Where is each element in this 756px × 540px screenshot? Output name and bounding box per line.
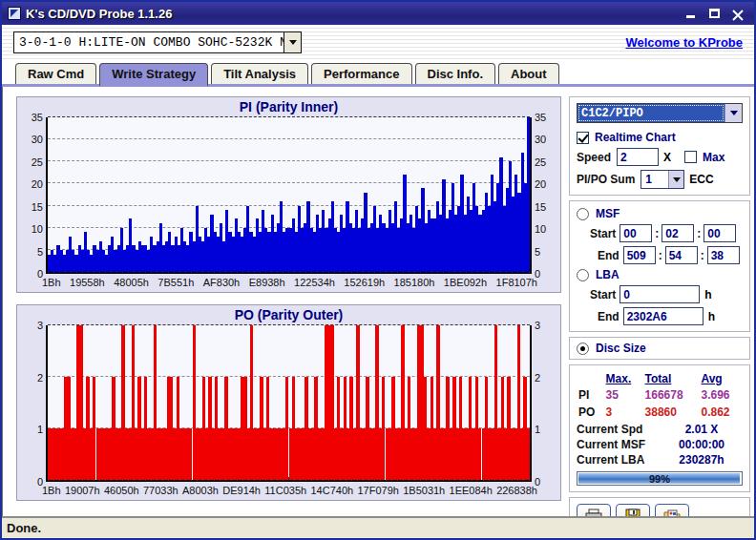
colon-separator: :	[655, 227, 659, 240]
msf-start-min[interactable]	[620, 224, 652, 242]
plot-area	[46, 325, 532, 482]
lba-start-suffix: h	[704, 288, 711, 301]
progress-percent: 99%	[578, 472, 742, 485]
drive-select-value: 3-0-1-0 H:LITE-ON COMBO SOHC-5232K NK07	[14, 32, 284, 52]
msf-end-label: End	[598, 249, 620, 262]
speed-label: Speed	[577, 151, 611, 164]
current-msf-value: 00:00:00	[661, 438, 743, 451]
pipo-sum-unit: ECC	[689, 173, 713, 186]
msf-end-frame[interactable]	[707, 246, 740, 264]
pi-row-label: PI	[577, 386, 604, 404]
main-content: PI (Parity Inner) 05101520253035 0510152…	[2, 87, 754, 516]
tab-tilt-analysis[interactable]: Tilt Analysis	[211, 63, 308, 84]
tab-about[interactable]: About	[498, 63, 559, 84]
chevron-down-icon	[673, 177, 681, 182]
max-speed-label: Max	[703, 151, 724, 164]
colon-separator: :	[697, 227, 701, 240]
table-row: PO 3 38860 0.862	[577, 404, 743, 421]
pi-avg: 3.696	[699, 386, 743, 404]
drive-select-arrow[interactable]	[284, 32, 301, 52]
colon-separator: :	[701, 249, 704, 262]
tab-disc-info[interactable]: Disc Info.	[415, 63, 496, 84]
pipo-sum-arrow[interactable]	[668, 171, 683, 188]
range-group: MSF Start : : End : :	[569, 200, 750, 332]
po-total: 38860	[643, 404, 700, 421]
stats-table: Max. Total Avg PI 35 166678 3.696 PO 3 3…	[577, 371, 743, 421]
window-title: K's CD/DVD Probe 1.1.26	[26, 7, 685, 21]
status-text: Done.	[7, 521, 41, 535]
colon-separator: :	[659, 249, 662, 262]
msf-radio[interactable]	[577, 208, 589, 220]
x-axis-labels: 1Bh19558h48005h7B551hAF830hE8938h122534h…	[42, 277, 537, 292]
current-lba-value: 230287h	[661, 453, 743, 467]
po-avg: 0.862	[699, 404, 743, 421]
current-msf-label: Current MSF	[577, 438, 661, 451]
lba-start-label: Start	[590, 288, 616, 301]
pi-chart-title: PI (Parity Inner)	[21, 99, 556, 117]
capture-settings-group: C1C2/PIPO Realtime Chart Speed X Max	[569, 96, 750, 196]
maximize-button[interactable]	[708, 8, 722, 19]
close-button[interactable]	[731, 8, 745, 19]
stats-header-max: Max.	[604, 371, 643, 386]
po-max: 3	[604, 404, 643, 421]
charts-column: PI (Parity Inner) 05101520253035 0510152…	[16, 96, 561, 512]
pi-chart-panel: PI (Parity Inner) 05101520253035 0510152…	[16, 96, 561, 293]
disc-size-radio[interactable]	[577, 343, 589, 355]
welcome-link[interactable]: Welcome to KProbe	[625, 35, 743, 50]
lba-end-input[interactable]	[623, 307, 704, 325]
current-spd-label: Current Spd	[577, 423, 661, 436]
po-chart-panel: PO (Parity Outer) 0123 0123 1Bh19007h460…	[16, 304, 561, 501]
disc-size-group: Disc Size	[569, 337, 750, 360]
y-axis-labels: 05101520253035	[21, 117, 46, 274]
pipo-sum-value: 1	[641, 171, 668, 188]
tab-bar: Raw Cmd Write Strategy Tilt Analysis Per…	[2, 59, 754, 84]
po-chart-title: PO (Parity Outer)	[21, 307, 556, 325]
mode-select-value: C1C2/PIPO	[578, 104, 724, 122]
minimize-button[interactable]	[685, 8, 699, 19]
lba-start-input[interactable]	[620, 285, 700, 303]
tab-raw-cmd[interactable]: Raw Cmd	[15, 63, 96, 84]
titlebar: K's CD/DVD Probe 1.1.26	[2, 2, 754, 25]
pi-total: 166678	[643, 386, 700, 404]
max-speed-checkbox[interactable]	[684, 151, 697, 163]
stats-header-avg: Avg	[699, 371, 743, 386]
stats-group: Max. Total Avg PI 35 166678 3.696 PO 3 3…	[569, 364, 750, 492]
pi-max: 35	[604, 386, 643, 404]
plot-area	[46, 117, 532, 274]
progress-bar: 99%	[577, 471, 743, 486]
drive-select[interactable]: 3-0-1-0 H:LITE-ON COMBO SOHC-5232K NK07	[13, 31, 302, 53]
mode-select-arrow[interactable]	[724, 104, 742, 122]
stats-header-total: Total	[643, 371, 700, 386]
disc-size-label: Disc Size	[596, 342, 646, 355]
msf-start-sec[interactable]	[662, 224, 694, 242]
tab-performance[interactable]: Performance	[311, 63, 411, 84]
app-window: K's CD/DVD Probe 1.1.26 3-0-1-0 H:LITE-O…	[0, 0, 756, 540]
lba-end-label: End	[598, 310, 620, 323]
tab-write-strategy[interactable]: Write Strategy	[99, 63, 208, 86]
msf-end-min[interactable]	[623, 246, 656, 264]
app-icon	[8, 7, 21, 20]
control-panel: C1C2/PIPO Realtime Chart Speed X Max	[569, 96, 750, 512]
table-row: PI 35 166678 3.696	[577, 386, 743, 404]
pipo-sum-label: PI/PO Sum	[577, 173, 635, 186]
speed-input[interactable]	[617, 148, 659, 166]
speed-unit: X	[663, 151, 671, 164]
chevron-down-icon	[289, 40, 297, 45]
msf-start-label: Start	[590, 227, 616, 240]
y-axis-labels: 0123	[532, 325, 556, 482]
lba-end-suffix: h	[708, 310, 715, 323]
x-axis-labels: 1Bh19007h46050h77033hA8003hDE914h11C035h…	[42, 485, 537, 500]
msf-end-sec[interactable]	[665, 246, 698, 264]
current-lba-label: Current LBA	[577, 453, 661, 467]
chevron-down-icon	[730, 111, 738, 115]
pipo-sum-select[interactable]: 1	[640, 170, 684, 189]
po-row-label: PO	[577, 404, 604, 421]
msf-label: MSF	[596, 207, 620, 220]
realtime-chart-label: Realtime Chart	[595, 131, 676, 144]
mode-select[interactable]: C1C2/PIPO	[577, 103, 743, 123]
lba-radio[interactable]	[577, 269, 589, 281]
lba-label: LBA	[596, 268, 620, 281]
msf-start-frame[interactable]	[704, 224, 736, 242]
toolbar: 3-0-1-0 H:LITE-ON COMBO SOHC-5232K NK07 …	[2, 25, 754, 59]
realtime-chart-checkbox[interactable]	[577, 132, 589, 144]
